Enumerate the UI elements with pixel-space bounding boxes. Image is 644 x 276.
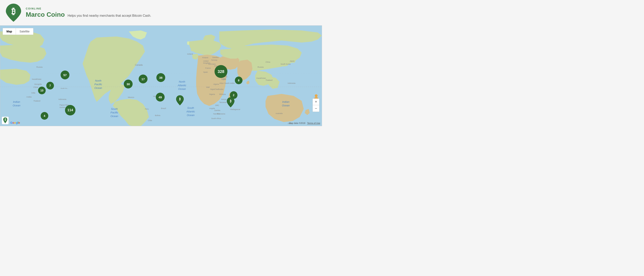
svg-text:India: India (32, 92, 35, 94)
svg-text:Ethiopia: Ethiopia (219, 93, 226, 95)
south-pacific-label: South Pacific Ocean (110, 107, 118, 118)
svg-text:Finland: Finland (202, 57, 208, 59)
map-type-controls: Map Satellite (2, 28, 34, 35)
svg-text:Saudi Arabia: Saudi Arabia (224, 82, 235, 84)
svg-text:Kenya: Kenya (222, 98, 226, 100)
svg-text:Tanzania: Tanzania (219, 101, 226, 103)
svg-text:Indonesia: Indonesia (58, 98, 66, 100)
cluster-c10[interactable]: 328 (214, 65, 228, 78)
svg-text:United: United (203, 60, 208, 62)
map-data-text: Map data ©2018 (289, 122, 306, 124)
cluster-c3[interactable]: 10 (38, 87, 46, 94)
svg-text:Nigeria: Nigeria (209, 93, 215, 95)
svg-text:Algeria: Algeria (213, 83, 219, 85)
svg-text:₿: ₿ (5, 118, 6, 121)
svg-text:South Ko...: South Ko... (60, 87, 69, 89)
zoom-out-btn[interactable]: − (313, 105, 319, 112)
brand-label: COINLINE (26, 7, 151, 10)
svg-text:Kingdom: Kingdom (203, 62, 210, 64)
svg-text:Thailand: Thailand (266, 79, 272, 81)
svg-text:France: France (205, 67, 211, 69)
header: ₿ COINLINE Marco Coino Helps you find ne… (0, 0, 322, 25)
svg-text:Chad: Chad (214, 88, 218, 90)
svg-text:Libya: Libya (219, 82, 224, 84)
svg-text:Russia: Russia (258, 66, 264, 68)
svg-text:China: China (266, 61, 270, 63)
google-logo: Google (10, 121, 20, 124)
svg-text:Canada: Canada (135, 64, 143, 66)
cluster-c2[interactable]: 7 (46, 82, 54, 89)
svg-text:DRC: DRC (215, 104, 219, 106)
small-pin-icon[interactable]: ₿ (2, 117, 9, 125)
map-container[interactable]: Russia Kazakhstan Mongolia China India A… (0, 25, 322, 126)
indian-ocean-label-left: Indian Ocean (13, 100, 20, 107)
svg-text:₿: ₿ (179, 97, 181, 101)
cluster-c1[interactable]: 57 (60, 71, 70, 79)
svg-text:Indonesia: Indonesia (288, 82, 296, 84)
svg-text:Zambia: Zambia (214, 109, 220, 111)
svg-text:Mongolia: Mongolia (34, 83, 42, 85)
app-subtitle: Helps you find nearby merchants that acc… (68, 14, 151, 18)
svg-text:Angola: Angola (209, 107, 215, 109)
cluster-c7[interactable]: 30 (124, 80, 132, 88)
svg-text:Guinea: Guinea (60, 106, 66, 108)
svg-text:Sweden: Sweden (212, 56, 219, 58)
terms-link[interactable]: Terms of Use (307, 122, 320, 124)
svg-text:Japan: Japan (290, 60, 294, 62)
app-logo: ₿ (6, 4, 21, 22)
svg-text:Madagascar: Madagascar (230, 108, 240, 110)
pin-p2[interactable]: ₿ (226, 97, 235, 108)
svg-text:Kazakhstan: Kazakhstan (256, 77, 266, 79)
svg-text:South Africa: South Africa (211, 117, 221, 119)
svg-text:Mali: Mali (206, 86, 210, 88)
svg-text:₿: ₿ (230, 99, 232, 103)
svg-text:Thailand: Thailand (34, 100, 40, 102)
zoom-in-btn[interactable]: + (313, 99, 319, 105)
cluster-c9[interactable]: 49 (156, 93, 164, 102)
svg-text:Iceland: Iceland (187, 53, 193, 55)
indian-ocean-label-right: Indian Ocean (282, 100, 290, 107)
svg-text:China: China (34, 86, 38, 88)
cluster-c5[interactable]: 114 (65, 105, 76, 115)
zoom-controls: + − (312, 99, 320, 112)
cluster-c4[interactable]: 4 (41, 112, 48, 120)
svg-text:Russia: Russia (36, 66, 43, 68)
svg-text:South Korea: South Korea (280, 63, 290, 65)
svg-text:Kazakhstan: Kazakhstan (32, 78, 42, 80)
svg-text:Botswana: Botswana (217, 113, 225, 115)
app-title: Marco Coino (26, 11, 65, 18)
svg-text:Niger: Niger (210, 88, 214, 90)
satellite-btn[interactable]: Satellite (16, 28, 33, 35)
cluster-c6[interactable]: 17 (139, 75, 148, 83)
svg-text:Arabia: Arabia (26, 96, 32, 98)
svg-text:Norway: Norway (211, 59, 218, 61)
header-text: COINLINE Marco Coino Helps you find near… (26, 7, 151, 18)
map-attribution: Map data ©2018 Terms of Use (289, 122, 320, 124)
cluster-c11[interactable]: 8 (235, 77, 242, 84)
svg-text:Iraq: Iraq (223, 78, 226, 80)
svg-text:₿: ₿ (12, 7, 16, 16)
svg-text:Brazil: Brazil (161, 107, 166, 109)
svg-text:Peru: Peru (145, 108, 149, 110)
svg-text:Chile: Chile (148, 119, 152, 121)
south-atlantic-label: South Atlantic Ocean (186, 106, 195, 117)
svg-text:Sudan: Sudan (218, 88, 224, 90)
svg-text:Bolivia: Bolivia (155, 114, 160, 116)
north-pacific-label: North Pacific Ocean (94, 79, 102, 90)
pin-p1[interactable]: ₿ (176, 95, 184, 106)
svg-point-72 (315, 94, 318, 97)
north-atlantic-label: North Atlantic Ocean (178, 80, 186, 91)
cluster-c8[interactable]: 38 (156, 73, 165, 82)
svg-text:Spain: Spain (203, 71, 208, 73)
app-title-row: Marco Coino Helps you find nearby mercha… (26, 11, 151, 18)
svg-text:Mexico: Mexico (128, 96, 134, 98)
svg-text:Australia: Australia (276, 112, 282, 114)
map-btn[interactable]: Map (3, 28, 16, 35)
